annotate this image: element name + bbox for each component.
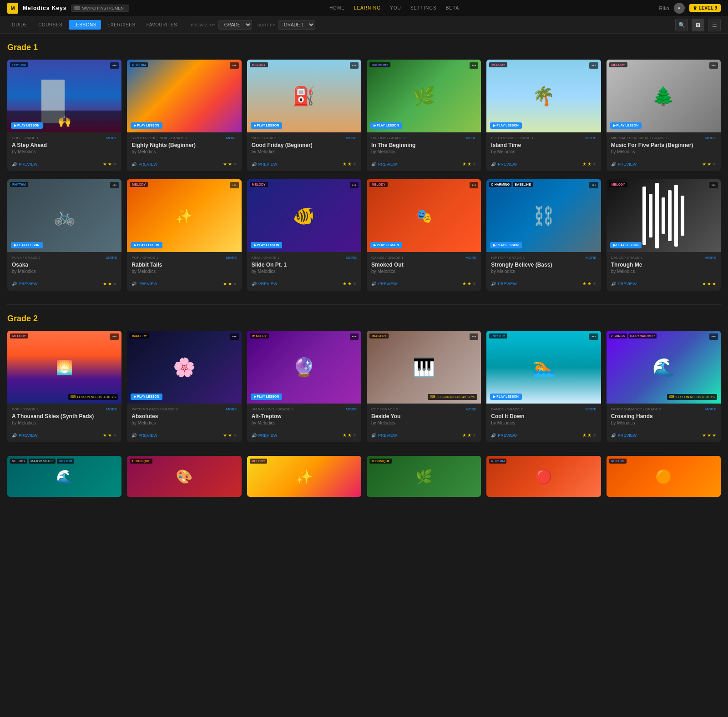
card-alt-treptow[interactable]: 🔮 IMAGERY ▶ PLAY LESSON ••• UN RANKING /… xyxy=(247,331,361,442)
card-island-time[interactable]: 🌴 MELODY ▶ PLAY LESSON ••• ELECTRONIC / … xyxy=(486,60,601,171)
stars: ★ ★ ★ xyxy=(343,162,357,167)
preview-btn[interactable]: 🔊 PREVIEW xyxy=(491,162,517,167)
card-a-step-ahead[interactable]: 🙌 RHYTHM ▶ PLAY LESSON ••• POP / GRADE 1… xyxy=(7,60,121,171)
play-btn[interactable]: ▶ PLAY LESSON xyxy=(131,242,162,248)
more-btn[interactable]: ••• xyxy=(589,62,598,69)
card-eighty-nights[interactable]: RHYTHM ▶ PLAY LESSON ••• SYNTH ROCK / IN… xyxy=(127,60,241,171)
more-btn[interactable]: ••• xyxy=(470,333,478,340)
play-btn[interactable]: ▶ PLAY LESSON xyxy=(251,394,283,400)
more-btn[interactable]: ••• xyxy=(709,182,718,188)
bottom-card-4[interactable]: 🌿 TECHNIQUE xyxy=(367,456,481,497)
play-lesson-btn[interactable]: ▶ PLAY LESSON xyxy=(11,122,43,129)
preview-btn[interactable]: 🔊 PREVIEW xyxy=(12,162,38,167)
more-btn[interactable]: ••• xyxy=(230,62,238,69)
bottom-card-1[interactable]: 🌊 MELODY MAJOR SCALE RHYTHM xyxy=(7,456,121,497)
card-in-the-beginning[interactable]: 🌿 HARMONY ▶ PLAY LESSON ••• HIP HOP / GR… xyxy=(367,60,481,171)
card-strongly-believe[interactable]: ⛓️ C-HARMING BASELINE ▶ PLAY LESSON ••• … xyxy=(486,179,601,291)
nav-settings[interactable]: SETTINGS xyxy=(410,5,437,10)
card-meta: HIP HOP / GRADE 1 MORE xyxy=(371,136,476,140)
preview-btn[interactable]: 🔊 PREVIEW xyxy=(491,282,517,286)
play-btn[interactable]: ▶ PLAY LESSON xyxy=(131,394,162,400)
preview-btn[interactable]: 🔊 PREVIEW xyxy=(131,282,157,286)
nav-you[interactable]: YOU xyxy=(390,5,401,10)
play-btn[interactable]: ▶ PLAY LESSON xyxy=(251,122,283,129)
preview-btn[interactable]: 🔊 PREVIEW xyxy=(371,282,397,286)
more-btn[interactable]: ••• xyxy=(110,182,119,188)
card-slide-on[interactable]: 🐠 MELODY ▶ PLAY LESSON ••• KING / GRADE … xyxy=(247,179,361,291)
more-btn[interactable]: ••• xyxy=(350,62,359,69)
preview-btn[interactable]: 🔊 PREVIEW xyxy=(131,433,157,438)
card-rabbit-tails[interactable]: ✨ MELODY ▶ PLAY LESSON ••• POP / GRADE 1… xyxy=(127,179,241,291)
grid-view-button[interactable]: ⊞ xyxy=(692,19,704,31)
preview-btn[interactable]: 🔊 PREVIEW xyxy=(611,282,637,286)
card-osaka[interactable]: 🚲 RHYTHM ▶ PLAY LESSON ••• FUNK / GRADE … xyxy=(7,179,121,291)
preview-btn[interactable]: 🔊 PREVIEW xyxy=(252,433,278,438)
preview-btn[interactable]: 🔊 PREVIEW xyxy=(12,282,38,286)
play-btn[interactable]: ▶ PLAY LESSON xyxy=(370,242,402,248)
more-btn[interactable]: ••• xyxy=(470,182,478,188)
card-cool-it-down[interactable]: 🏊 RHYTHM ▶ PLAY LESSON ••• DANCE / GRADE… xyxy=(486,331,601,442)
card-image: 🌲 MELODY ▶ PLAY LESSON ••• xyxy=(607,60,721,132)
more-btn[interactable]: ••• xyxy=(230,182,238,188)
tab-lessons[interactable]: LESSONS xyxy=(69,20,101,30)
more-btn[interactable]: ••• xyxy=(709,333,718,340)
user-name: Riko xyxy=(659,5,669,11)
card-smoked-out[interactable]: 🎭 MELODY ▶ PLAY LESSON ••• GAMES / GRADE… xyxy=(367,179,481,291)
tab-courses[interactable]: COURSES xyxy=(34,20,67,30)
more-btn[interactable]: ••• xyxy=(350,182,359,188)
nav-learning[interactable]: LEARNING xyxy=(354,5,381,10)
card-through-me[interactable]: MELODY ▶ PLAY LESSON ••• DANCE / GRADE 1… xyxy=(607,179,721,291)
play-btn[interactable]: ▶ PLAY LESSON xyxy=(251,242,283,248)
preview-btn[interactable]: 🔊 PREVIEW xyxy=(611,162,637,167)
tab-exercises[interactable]: EXERCISES xyxy=(103,20,140,30)
more-btn[interactable]: ••• xyxy=(470,62,478,69)
card-tag: MELODY xyxy=(369,182,388,187)
card-absolutes[interactable]: 🌸 IMAGERY ▶ PLAY LESSON ••• PATTERN BASS… xyxy=(127,331,241,442)
play-btn[interactable]: ▶ PLAY LESSON xyxy=(490,122,522,129)
card-music-five-parts[interactable]: 🌲 MELODY ▶ PLAY LESSON ••• MINIMAL / CLA… xyxy=(607,60,721,171)
play-btn[interactable]: ▶ PLAY LESSON xyxy=(490,242,522,248)
preview-btn[interactable]: 🔊 PREVIEW xyxy=(252,282,278,286)
more-btn[interactable]: ••• xyxy=(110,333,119,340)
more-btn[interactable]: ••• xyxy=(589,333,598,340)
avatar[interactable]: ● xyxy=(674,3,685,14)
tab-favourites[interactable]: FAVOURITES xyxy=(142,20,182,30)
card-crossing-hands[interactable]: 🌊 2 SONGS DAILY WARMUP ⌨ LESSON NEEDS 49… xyxy=(607,331,721,442)
preview-btn[interactable]: 🔊 PREVIEW xyxy=(491,433,517,438)
browse-by-select[interactable]: GRADE GENRE STYLE xyxy=(218,20,252,30)
preview-btn[interactable]: 🔊 PREVIEW xyxy=(611,433,637,438)
star-2: ★ xyxy=(467,162,471,167)
bottom-card-6[interactable]: 🟠 RHYTHM xyxy=(607,456,721,497)
play-btn[interactable]: ▶ PLAY LESSON xyxy=(131,122,162,129)
bottom-card-3[interactable]: ✨ MELODY xyxy=(247,456,361,497)
bottom-card-2[interactable]: 🎨 TECHNIQUE xyxy=(127,456,241,497)
more-btn[interactable]: ••• xyxy=(589,182,598,188)
list-view-button[interactable]: ☰ xyxy=(708,19,721,31)
more-btn[interactable]: ••• xyxy=(709,62,718,69)
more-btn[interactable]: ••• xyxy=(230,333,238,340)
tab-guide[interactable]: GUIDE xyxy=(7,20,32,30)
play-btn[interactable]: ▶ PLAY LESSON xyxy=(370,122,402,129)
play-btn[interactable]: ▶ PLAY LESSON xyxy=(11,242,43,248)
preview-btn[interactable]: 🔊 PREVIEW xyxy=(371,162,397,167)
nav-beta[interactable]: BETA xyxy=(446,5,459,10)
play-btn[interactable]: ▶ PLAY LESSON xyxy=(610,122,642,129)
preview-btn[interactable]: 🔊 PREVIEW xyxy=(252,162,278,167)
switch-instrument-button[interactable]: ⌨ SWITCH INSTRUMENT xyxy=(71,5,129,12)
card-thousand-skies[interactable]: 🌅 MELODY ⌨ LESSON NEEDS 30 KEYS ••• POP … xyxy=(7,331,121,442)
search-button[interactable]: 🔍 xyxy=(675,19,688,31)
preview-btn[interactable]: 🔊 PREVIEW xyxy=(131,162,157,167)
bottom-card-5[interactable]: 🔴 RHYTHM xyxy=(486,456,601,497)
more-btn[interactable]: ••• xyxy=(350,333,359,340)
sort-by-select[interactable]: GRADE 1 GRADE 2 GRADE 3 xyxy=(278,20,315,30)
preview-btn[interactable]: 🔊 PREVIEW xyxy=(371,433,397,438)
star-1: ★ xyxy=(103,281,107,286)
nav-home[interactable]: HOME xyxy=(329,5,345,10)
play-btn[interactable]: ▶ PLAY LESSON xyxy=(490,394,522,400)
play-btn[interactable]: ▶ PLAY LESSON xyxy=(610,242,642,248)
card-beside-you[interactable]: 🎹 IMAGERY ⌨ LESSON NEEDS 49 KEYS ••• POP… xyxy=(367,331,481,442)
preview-btn[interactable]: 🔊 PREVIEW xyxy=(12,433,38,438)
stars: ★ ★ ★ xyxy=(582,433,597,438)
more-btn[interactable]: ••• xyxy=(110,62,119,69)
card-good-friday[interactable]: ⛽ MELODY ▶ PLAY LESSON ••• INDIE / GRADE… xyxy=(247,60,361,171)
